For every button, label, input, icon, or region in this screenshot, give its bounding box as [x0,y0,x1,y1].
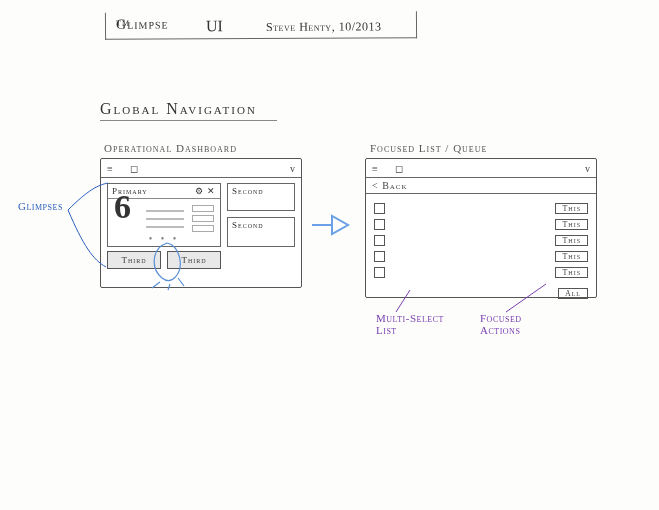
annotation-glimpses: Glimpses [18,200,63,212]
second-a-label: Second [228,184,294,198]
annotation-multi-select: Multi-Select List [376,312,456,336]
back-button[interactable]: < Back [366,178,596,194]
second-panel-a[interactable]: Second [227,183,295,211]
all-button[interactable]: All [558,288,588,299]
list-item[interactable]: This [374,248,588,264]
product-suffix: UI [206,17,223,35]
checkbox-icon[interactable] [374,235,385,246]
menu-icon-2[interactable]: ≡ ◻ [372,163,407,174]
bars-placeholder [192,202,214,235]
list-item[interactable]: This [374,264,588,280]
row-action-button[interactable]: This [555,251,588,262]
menu-icon[interactable]: ≡ ◻ [107,163,142,174]
checkbox-icon[interactable] [374,203,385,214]
checkbox-icon[interactable] [374,219,385,230]
section-title: Global Navigation [100,100,257,118]
checkbox-icon[interactable] [374,267,385,278]
list-item[interactable]: This [374,216,588,232]
window-titlebar-2: ≡ ◻ v [366,159,596,178]
byline: Steve Henty, 10/2013 [266,19,382,35]
window-titlebar: ≡ ◻ v [101,159,301,178]
third-panel-b[interactable]: Third [167,251,221,269]
primary-metric: 6 [114,188,131,226]
queue-list: This This This This This [366,194,596,286]
sparkline-placeholder [146,204,184,234]
third-panel-a[interactable]: Third [107,251,161,269]
panel-controls[interactable]: ⚙ ✕ [191,184,220,198]
row-action-button[interactable]: This [555,203,588,214]
dashboard-frame: ≡ ◻ v Primary ⚙ ✕ 6 • • • Second Second … [100,158,302,288]
list-item[interactable]: This [374,232,588,248]
row-action-button[interactable]: This [555,235,588,246]
primary-panel[interactable]: Primary ⚙ ✕ 6 • • • [107,183,221,247]
product-name: GlimpseTM [116,19,130,36]
row-action-button[interactable]: This [555,267,588,278]
pager-dots: • • • [149,233,180,244]
second-panel-b[interactable]: Second [227,217,295,247]
annotation-focused-actions: Focused Actions [480,312,550,336]
list-item[interactable]: This [374,200,588,216]
row-action-button[interactable]: This [555,219,588,230]
chevron-down-icon-2[interactable]: v [585,163,590,174]
queue-caption: Focused List / Queue [370,142,487,154]
transition-arrow [310,210,350,240]
queue-frame: ≡ ◻ v < Back This This This This This Al… [365,158,597,298]
chevron-down-icon[interactable]: v [290,163,295,174]
checkbox-icon[interactable] [374,251,385,262]
dashboard-caption: Operational Dashboard [104,142,237,154]
doc-title-box: GlimpseTM UI Steve Henty, 10/2013 [105,11,417,40]
second-b-label: Second [228,218,294,232]
